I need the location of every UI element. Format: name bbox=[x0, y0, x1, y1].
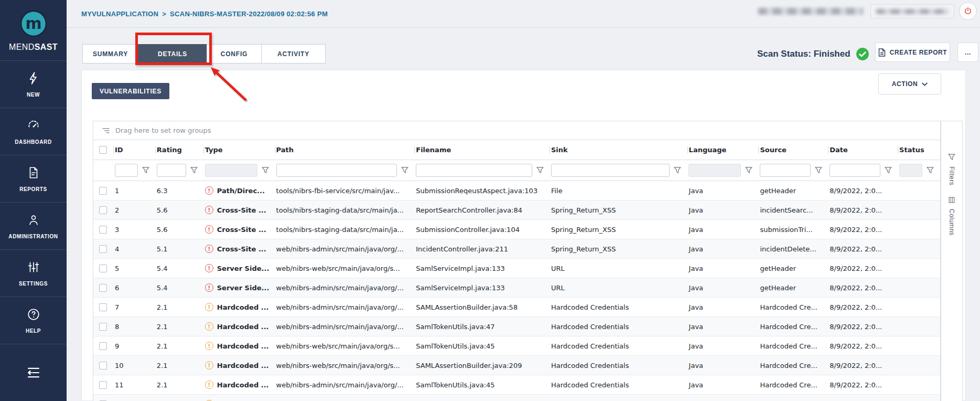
action-dropdown-button[interactable]: ACTION bbox=[878, 73, 941, 94]
column-header-date[interactable]: Date bbox=[828, 140, 898, 160]
filter-menu-funnel-icon[interactable] bbox=[674, 167, 681, 174]
table-row[interactable]: 35.6!Cross-Site ...tools/nibrs-staging-d… bbox=[93, 220, 940, 239]
cell-sink: Hardcoded Credentials bbox=[550, 362, 688, 370]
select-all-checkbox[interactable] bbox=[99, 146, 107, 154]
tab-config[interactable]: CONFIG bbox=[207, 44, 262, 64]
more-options-button[interactable]: ... bbox=[957, 43, 978, 62]
column-header-rating[interactable]: Rating bbox=[156, 140, 204, 160]
sidebar-item-reports[interactable]: REPORTS bbox=[0, 155, 67, 203]
column-header-language[interactable]: Language bbox=[688, 140, 759, 160]
table-row[interactable]: 45.1!Cross-Site ...web/nibrs-admin/src/m… bbox=[93, 239, 940, 259]
table-row[interactable]: 25.6!Cross-Site ...tools/nibrs-staging-d… bbox=[93, 201, 940, 220]
filter-menu-funnel-icon[interactable] bbox=[927, 167, 934, 174]
filter-menu-funnel-icon[interactable] bbox=[885, 167, 892, 174]
table-row[interactable]: 92.1!Hardcoded ...web/nibrs-web/src/main… bbox=[93, 336, 940, 356]
column-header-status[interactable]: Status bbox=[898, 140, 940, 160]
cell-select bbox=[93, 284, 114, 292]
app-logo[interactable]: m MENDSAST bbox=[0, 0, 67, 61]
table-row[interactable]: 82.1!Hardcoded ...web/nibrs-admin/src/ma… bbox=[93, 317, 940, 336]
cell-type: !Path/Direc... bbox=[204, 186, 275, 195]
column-header-label: Language bbox=[689, 146, 727, 154]
table-row[interactable]: 112.1!Hardcoded ...web/nibrs-admin/src/m… bbox=[93, 375, 940, 395]
cell-filename: IncidentController.java:211 bbox=[415, 245, 550, 253]
filter-input-path[interactable] bbox=[276, 164, 397, 177]
row-checkbox[interactable] bbox=[99, 206, 107, 214]
table-row[interactable]: 122.1!Hardcoded ...web/nibrs-web/src/mai… bbox=[93, 395, 940, 401]
table-row[interactable]: 55.4!Server Side...web/nibrs-web/src/mai… bbox=[93, 259, 940, 278]
sidebar-item-settings[interactable]: SETTINGS bbox=[0, 250, 67, 297]
cell-id: 2 bbox=[114, 206, 156, 214]
table-filter-row bbox=[93, 160, 940, 181]
cell-type: !Hardcoded ... bbox=[204, 361, 275, 370]
filter-input-date[interactable] bbox=[830, 164, 880, 177]
filter-input-source[interactable] bbox=[760, 164, 811, 177]
cell-type: !Cross-Site ... bbox=[204, 245, 275, 253]
logout-button[interactable] bbox=[959, 2, 977, 20]
cell-id: 9 bbox=[114, 342, 156, 350]
table-row[interactable]: 65.4!Server Side...web/nibrs-admin/src/m… bbox=[93, 278, 940, 298]
sidebar-item-administration[interactable]: ADMINISTRATION bbox=[0, 203, 67, 250]
row-checkbox[interactable] bbox=[99, 284, 107, 292]
sidebar-item-dashboard[interactable]: DASHBOARD bbox=[0, 108, 67, 155]
row-checkbox[interactable] bbox=[99, 323, 107, 331]
column-header-id[interactable]: ID bbox=[114, 140, 156, 160]
filter-input-rating[interactable] bbox=[157, 164, 186, 177]
row-checkbox[interactable] bbox=[99, 303, 107, 311]
sidebar-item-help[interactable]: HELP bbox=[0, 297, 67, 344]
filter-menu-funnel-icon[interactable] bbox=[401, 167, 408, 174]
cell-path: tools/nibrs-staging-data/src/main/ja... bbox=[275, 206, 415, 214]
row-checkbox[interactable] bbox=[99, 362, 107, 370]
filter-menu-funnel-icon[interactable] bbox=[745, 167, 752, 174]
table-row[interactable]: 72.1!Hardcoded ...web/nibrs-admin/src/ma… bbox=[93, 298, 940, 317]
breadcrumb-project-link[interactable]: MYVULNAPPLICATION bbox=[81, 10, 158, 18]
column-header-sink[interactable]: Sink bbox=[550, 140, 688, 160]
breadcrumb: MYVULNAPPLICATION > SCAN-NIBRS-MASTER-20… bbox=[81, 0, 328, 28]
column-header-source[interactable]: Source bbox=[759, 140, 828, 160]
type-label: Hardcoded ... bbox=[217, 303, 269, 311]
row-group-dropzone[interactable]: Drag here to set row groups bbox=[93, 121, 940, 140]
filter-menu-funnel-icon[interactable] bbox=[815, 167, 822, 174]
columns-icon bbox=[949, 197, 955, 205]
row-checkbox[interactable] bbox=[99, 226, 107, 234]
filter-menu-funnel-icon[interactable] bbox=[190, 167, 198, 174]
filter-menu-funnel-icon[interactable] bbox=[142, 167, 149, 174]
column-header-label: Status bbox=[899, 146, 924, 154]
row-checkbox[interactable] bbox=[99, 187, 107, 195]
column-header-type[interactable]: Type bbox=[204, 140, 275, 160]
filter-cell-rating bbox=[156, 164, 204, 177]
sidebar-item-new[interactable]: NEW bbox=[0, 61, 67, 108]
filter-menu-funnel-icon[interactable] bbox=[536, 167, 544, 174]
redacted-org-selector[interactable] bbox=[870, 4, 954, 18]
filter-cell-path bbox=[275, 164, 415, 177]
filter-menu-funnel-icon[interactable] bbox=[262, 167, 269, 174]
tab-summary[interactable]: SUMMARY bbox=[82, 44, 138, 64]
cell-sink: URL bbox=[550, 265, 688, 272]
severity-high-alert-icon: ! bbox=[205, 186, 213, 195]
column-header-path[interactable]: Path bbox=[275, 140, 415, 160]
create-report-button[interactable]: CREATE REPORT bbox=[875, 43, 950, 62]
cell-id: 11 bbox=[114, 381, 156, 389]
tab-activity[interactable]: ACTIVITY bbox=[261, 44, 326, 64]
cell-filename: SamlTokenUtils.java:47 bbox=[415, 323, 550, 331]
cell-source: Hardcoded Cre... bbox=[759, 381, 828, 389]
filter-input-filename[interactable] bbox=[416, 164, 532, 177]
document-icon bbox=[27, 166, 40, 182]
breadcrumb-scan-link[interactable]: SCAN-NIBRS-MASTER-2022/08/09 02:02:56 PM bbox=[170, 10, 328, 18]
row-checkbox[interactable] bbox=[99, 245, 107, 253]
filter-input-sink[interactable] bbox=[551, 164, 670, 177]
row-checkbox[interactable] bbox=[99, 381, 107, 389]
row-checkbox[interactable] bbox=[99, 265, 107, 272]
collapse-sidebar-button[interactable] bbox=[0, 344, 67, 400]
column-header-select[interactable] bbox=[93, 140, 114, 160]
table-row[interactable]: 102.1!Hardcoded ...web/nibrs-web/src/mai… bbox=[93, 356, 940, 375]
cell-sink: Hardcoded Credentials bbox=[550, 342, 688, 350]
side-panel-tab-columns[interactable]: Columns bbox=[948, 197, 955, 236]
side-panel-tab-filters[interactable]: Filters bbox=[948, 154, 955, 185]
column-header-label: Date bbox=[830, 146, 848, 154]
filter-input-id[interactable] bbox=[115, 164, 138, 177]
row-checkbox[interactable] bbox=[99, 342, 107, 350]
cell-id: 5 bbox=[114, 265, 156, 272]
tab-details[interactable]: DETAILS bbox=[138, 44, 207, 64]
column-header-filename[interactable]: Filename bbox=[415, 140, 550, 160]
table-row[interactable]: 16.3!Path/Direc...tools/nibrs-fbi-servic… bbox=[93, 181, 940, 201]
